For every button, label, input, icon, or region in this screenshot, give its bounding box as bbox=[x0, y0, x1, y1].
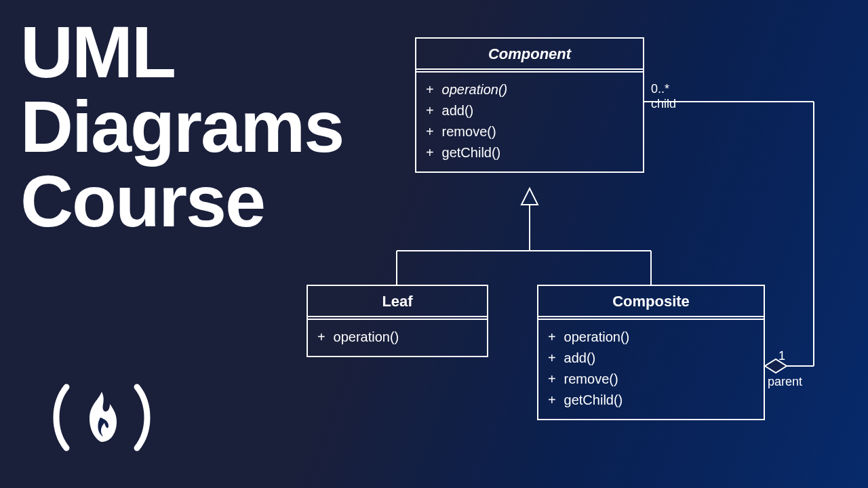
uml-class-leaf: Leaf + operation() bbox=[307, 285, 488, 357]
method-row: + getChild() bbox=[548, 390, 754, 411]
method-row: + add() bbox=[426, 100, 633, 121]
role-child: child bbox=[651, 96, 676, 112]
uml-class-component: Component + operation() + add() + remove… bbox=[415, 37, 644, 173]
method-row: + operation() bbox=[317, 327, 477, 348]
method-row: + remove() bbox=[548, 369, 754, 390]
uml-class-composite: Composite + operation() + add() + remove… bbox=[537, 285, 765, 420]
svg-marker-0 bbox=[521, 188, 538, 205]
class-methods-component: + operation() + add() + remove() + getCh… bbox=[416, 73, 643, 171]
class-name-composite: Composite bbox=[538, 286, 764, 317]
multiplicity-parent: 1 bbox=[778, 348, 785, 364]
class-name-component: Component bbox=[416, 39, 643, 70]
class-name-leaf: Leaf bbox=[308, 286, 487, 317]
method-row: + add() bbox=[548, 348, 754, 369]
class-methods-leaf: + operation() bbox=[308, 320, 487, 356]
method-row: + getChild() bbox=[426, 142, 633, 163]
method-row: + remove() bbox=[426, 121, 633, 142]
class-methods-composite: + operation() + add() + remove() + getCh… bbox=[538, 320, 764, 419]
multiplicity-child: 0..* bbox=[651, 81, 669, 97]
role-parent: parent bbox=[768, 374, 802, 390]
method-row: + operation() bbox=[426, 79, 633, 100]
method-row: + operation() bbox=[548, 327, 754, 348]
